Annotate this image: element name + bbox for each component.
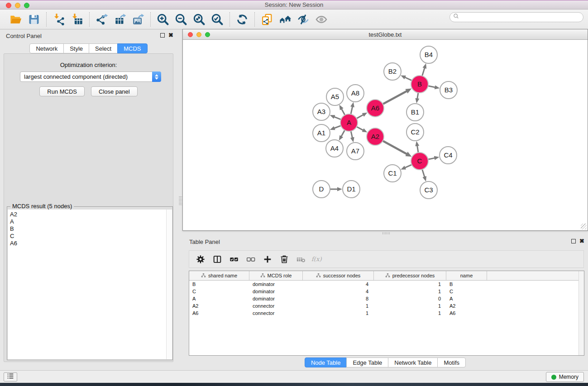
- graph-node-C1[interactable]: C1: [384, 165, 401, 182]
- table-row[interactable]: Adominator80A: [189, 295, 584, 302]
- graph-edge-B-B3[interactable]: [428, 86, 436, 87]
- memory-button[interactable]: Memory: [546, 372, 584, 382]
- graph-edge-A6-B[interactable]: [383, 91, 407, 104]
- graph-node-C3[interactable]: C3: [420, 181, 437, 199]
- graph-edge-C-C4[interactable]: [428, 158, 435, 159]
- search-input[interactable]: [460, 13, 583, 21]
- graph-edge-A-A1[interactable]: [334, 126, 341, 129]
- table-close-icon[interactable]: ✖: [579, 238, 584, 243]
- open-folder-icon[interactable]: [8, 12, 24, 27]
- result-list-item[interactable]: B: [10, 225, 166, 233]
- task-history-button[interactable]: [4, 372, 17, 381]
- select-all-icon[interactable]: [227, 253, 241, 266]
- table-row[interactable]: Bdominator41B: [189, 281, 584, 288]
- column-header-predecessor-nodes[interactable]: predecessor nodes: [374, 271, 446, 280]
- graph-node-A1[interactable]: A1: [313, 124, 330, 142]
- zoom-out-icon[interactable]: [173, 12, 189, 27]
- column-header-successor-nodes[interactable]: successor nodes: [303, 271, 374, 280]
- table-float-icon[interactable]: [571, 239, 576, 243]
- run-mcds-button[interactable]: Run MCDS: [39, 86, 85, 96]
- home-icon[interactable]: [277, 12, 293, 27]
- table-tab-edge-table[interactable]: Edge Table: [346, 357, 388, 367]
- resize-grip-icon[interactable]: [581, 224, 587, 229]
- save-icon[interactable]: [26, 12, 42, 27]
- graph-edge-A-A5[interactable]: [341, 108, 345, 115]
- zoom-selected-icon[interactable]: [210, 12, 225, 27]
- graph-node-B4[interactable]: B4: [420, 46, 437, 63]
- graph-node-B1[interactable]: B1: [406, 104, 424, 121]
- graph-edge-B-B1[interactable]: [417, 93, 418, 100]
- tab-select[interactable]: Select: [89, 43, 118, 53]
- graph-node-A2[interactable]: A2: [367, 128, 384, 145]
- graph-node-A4[interactable]: A4: [326, 140, 343, 157]
- refresh-icon[interactable]: [234, 12, 250, 27]
- close-panel-button[interactable]: Close panel: [91, 86, 138, 96]
- zoom-fit-icon[interactable]: [191, 12, 207, 27]
- table-scrollbar[interactable]: [578, 271, 584, 355]
- graph-node-A[interactable]: A: [340, 114, 358, 131]
- hide-details-icon[interactable]: [296, 12, 311, 27]
- clone-network-icon[interactable]: [259, 12, 275, 27]
- export-image-icon[interactable]: [130, 12, 146, 27]
- graph-edge-A-A7[interactable]: [351, 131, 353, 138]
- graph-node-A3[interactable]: A3: [313, 103, 330, 120]
- result-list-item[interactable]: C: [10, 233, 166, 240]
- graph-node-C4[interactable]: C4: [440, 147, 457, 164]
- graph-node-A6[interactable]: A6: [367, 100, 384, 117]
- column-header-name[interactable]: name: [446, 271, 487, 280]
- tab-network[interactable]: Network: [29, 43, 64, 53]
- graph-node-D[interactable]: D: [313, 181, 330, 198]
- export-table-icon[interactable]: [112, 12, 128, 27]
- graph-node-A5[interactable]: A5: [326, 88, 344, 105]
- delete-icon[interactable]: [277, 253, 291, 266]
- criterion-select[interactable]: largest connected component (directed): [20, 71, 161, 82]
- graph-edge-A-A4[interactable]: [341, 130, 345, 137]
- table-row[interactable]: A2connector11A2: [189, 302, 584, 310]
- table-tab-network-table[interactable]: Network Table: [388, 357, 438, 367]
- graph-node-C2[interactable]: C2: [406, 124, 424, 141]
- network-window-titlebar[interactable]: testGlobe.txt: [183, 29, 588, 40]
- graph-node-C[interactable]: C: [411, 152, 428, 170]
- column-header-MCDS-role[interactable]: MCDS role: [249, 271, 303, 280]
- tab-mcds[interactable]: MCDS: [117, 43, 147, 53]
- import-table-icon[interactable]: [69, 12, 85, 27]
- result-list-item[interactable]: A2: [10, 211, 166, 218]
- graph-node-A8[interactable]: A8: [347, 85, 364, 102]
- table-tab-node-table[interactable]: Node Table: [305, 357, 347, 367]
- graph-node-A7[interactable]: A7: [347, 143, 364, 160]
- zoom-in-icon[interactable]: [155, 12, 171, 27]
- table-row[interactable]: A6connector11A6: [189, 310, 584, 317]
- close-panel-icon[interactable]: ✖: [168, 33, 173, 38]
- graph-edge-A2-C[interactable]: [383, 141, 407, 154]
- graph-edge-B-B2[interactable]: [404, 77, 412, 81]
- graph-node-D1[interactable]: D1: [343, 181, 360, 198]
- tab-style[interactable]: Style: [63, 43, 89, 53]
- vertical-divider-grip[interactable]: [179, 196, 182, 205]
- mcds-result-list[interactable]: A2ABCA6: [8, 210, 166, 359]
- table-tab-motifs[interactable]: Motifs: [437, 357, 466, 367]
- network-canvas[interactable]: B4B2BB3A5A8A6A3B1AC2A1A2A4A7C4CC1DD1C3: [183, 40, 588, 230]
- result-scrollbar[interactable]: [166, 210, 172, 359]
- column-header-shared-name[interactable]: shared name: [189, 271, 249, 280]
- add-icon[interactable]: [261, 253, 274, 266]
- table-row[interactable]: Cdominator41C: [189, 288, 584, 295]
- select-stepper-icon[interactable]: [152, 71, 161, 82]
- graph-edge-A-A2[interactable]: [357, 127, 364, 130]
- column-view-icon[interactable]: [210, 253, 224, 266]
- float-panel-icon[interactable]: [160, 33, 165, 38]
- graph-node-B[interactable]: B: [411, 76, 428, 93]
- graph-edge-A-A6[interactable]: [357, 114, 364, 119]
- horizontal-divider-grip[interactable]: [382, 232, 391, 234]
- graph-edge-A-A8[interactable]: [351, 106, 353, 114]
- graph-node-B2[interactable]: B2: [384, 63, 401, 80]
- deselect-all-icon[interactable]: [244, 253, 258, 266]
- gear-icon[interactable]: [194, 253, 207, 266]
- import-network-icon[interactable]: [51, 12, 67, 27]
- search-box[interactable]: [449, 12, 583, 22]
- node-table[interactable]: shared nameMCDS rolesuccessor nodesprede…: [189, 271, 584, 356]
- graph-edge-C-C3[interactable]: [422, 169, 425, 177]
- graph-edge-B-B4[interactable]: [422, 67, 425, 76]
- table-header-row[interactable]: shared nameMCDS rolesuccessor nodesprede…: [189, 271, 584, 281]
- result-list-item[interactable]: A: [10, 218, 166, 225]
- result-list-item[interactable]: A6: [10, 240, 166, 247]
